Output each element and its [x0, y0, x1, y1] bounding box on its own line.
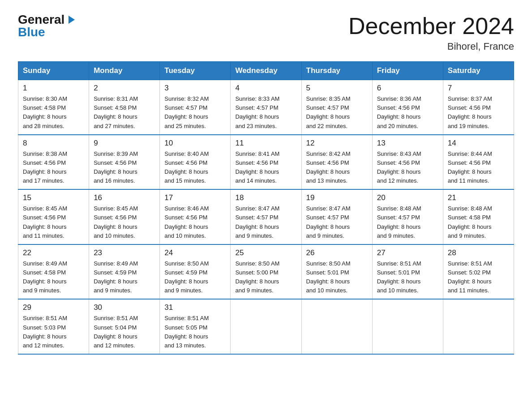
day-info: Sunrise: 8:45 AM Sunset: 4:56 PM Dayligh… — [94, 205, 138, 239]
day-number: 17 — [164, 193, 226, 202]
day-number: 16 — [94, 193, 155, 202]
table-row — [443, 299, 514, 354]
day-number: 20 — [377, 193, 438, 202]
day-info: Sunrise: 8:51 AM Sunset: 5:05 PM Dayligh… — [164, 315, 209, 348]
table-row: 4 Sunrise: 8:33 AM Sunset: 4:57 PM Dayli… — [231, 80, 301, 135]
table-row: 6 Sunrise: 8:36 AM Sunset: 4:56 PM Dayli… — [372, 80, 443, 135]
day-info: Sunrise: 8:42 AM Sunset: 4:56 PM Dayligh… — [306, 150, 351, 184]
table-row: 27 Sunrise: 8:51 AM Sunset: 5:01 PM Dayl… — [372, 244, 443, 300]
calendar-table: Sunday Monday Tuesday Wednesday Thursday… — [18, 61, 514, 355]
day-number: 29 — [23, 303, 84, 312]
day-number: 31 — [164, 303, 226, 312]
day-number: 1 — [23, 84, 84, 93]
day-info: Sunrise: 8:51 AM Sunset: 5:01 PM Dayligh… — [377, 260, 421, 294]
day-number: 6 — [377, 84, 438, 93]
header-thursday: Thursday — [301, 62, 372, 80]
day-number: 7 — [448, 84, 509, 93]
day-info: Sunrise: 8:47 AM Sunset: 4:57 PM Dayligh… — [306, 205, 351, 239]
day-number: 5 — [306, 84, 368, 93]
day-info: Sunrise: 8:48 AM Sunset: 4:58 PM Dayligh… — [448, 205, 492, 239]
day-info: Sunrise: 8:51 AM Sunset: 5:02 PM Dayligh… — [448, 260, 492, 294]
calendar-week-row: 29 Sunrise: 8:51 AM Sunset: 5:03 PM Dayl… — [18, 299, 514, 354]
day-info: Sunrise: 8:41 AM Sunset: 4:56 PM Dayligh… — [235, 150, 279, 184]
logo: General Blue — [18, 13, 76, 39]
table-row: 24 Sunrise: 8:50 AM Sunset: 4:59 PM Dayl… — [160, 244, 231, 300]
table-row: 3 Sunrise: 8:32 AM Sunset: 4:57 PM Dayli… — [160, 80, 231, 135]
calendar-header-row: Sunday Monday Tuesday Wednesday Thursday… — [18, 62, 514, 80]
table-row: 31 Sunrise: 8:51 AM Sunset: 5:05 PM Dayl… — [160, 299, 231, 354]
day-number: 28 — [448, 248, 509, 257]
table-row: 21 Sunrise: 8:48 AM Sunset: 4:58 PM Dayl… — [443, 189, 514, 244]
title-block: December 2024 Bihorel, France — [348, 13, 514, 52]
day-number: 22 — [23, 248, 84, 257]
day-number: 10 — [164, 139, 226, 148]
day-number: 13 — [377, 139, 438, 148]
day-number: 27 — [377, 248, 438, 257]
day-number: 19 — [306, 193, 368, 202]
table-row: 13 Sunrise: 8:43 AM Sunset: 4:56 PM Dayl… — [372, 135, 443, 190]
day-info: Sunrise: 8:48 AM Sunset: 4:57 PM Dayligh… — [377, 205, 421, 239]
day-info: Sunrise: 8:50 AM Sunset: 4:59 PM Dayligh… — [164, 260, 209, 294]
day-info: Sunrise: 8:47 AM Sunset: 4:57 PM Dayligh… — [235, 205, 279, 239]
calendar-week-row: 22 Sunrise: 8:49 AM Sunset: 4:58 PM Dayl… — [18, 244, 514, 300]
day-number: 12 — [306, 139, 368, 148]
table-row: 19 Sunrise: 8:47 AM Sunset: 4:57 PM Dayl… — [301, 189, 372, 244]
table-row: 7 Sunrise: 8:37 AM Sunset: 4:56 PM Dayli… — [443, 80, 514, 135]
day-info: Sunrise: 8:33 AM Sunset: 4:57 PM Dayligh… — [235, 95, 279, 129]
day-number: 9 — [94, 139, 155, 148]
table-row: 16 Sunrise: 8:45 AM Sunset: 4:56 PM Dayl… — [89, 189, 160, 244]
table-row — [301, 299, 372, 354]
table-row: 28 Sunrise: 8:51 AM Sunset: 5:02 PM Dayl… — [443, 244, 514, 300]
table-row: 18 Sunrise: 8:47 AM Sunset: 4:57 PM Dayl… — [231, 189, 301, 244]
table-row: 17 Sunrise: 8:46 AM Sunset: 4:56 PM Dayl… — [160, 189, 231, 244]
day-info: Sunrise: 8:32 AM Sunset: 4:57 PM Dayligh… — [164, 95, 209, 129]
day-number: 21 — [448, 193, 509, 202]
table-row: 15 Sunrise: 8:45 AM Sunset: 4:56 PM Dayl… — [18, 189, 89, 244]
table-row: 30 Sunrise: 8:51 AM Sunset: 5:04 PM Dayl… — [89, 299, 160, 354]
header-saturday: Saturday — [443, 62, 514, 80]
table-row: 23 Sunrise: 8:49 AM Sunset: 4:59 PM Dayl… — [89, 244, 160, 300]
day-number: 25 — [235, 248, 296, 257]
day-info: Sunrise: 8:43 AM Sunset: 4:56 PM Dayligh… — [377, 150, 421, 184]
calendar-week-row: 15 Sunrise: 8:45 AM Sunset: 4:56 PM Dayl… — [18, 189, 514, 244]
calendar-subtitle: Bihorel, France — [348, 41, 514, 52]
calendar-week-row: 1 Sunrise: 8:30 AM Sunset: 4:58 PM Dayli… — [18, 80, 514, 135]
table-row: 9 Sunrise: 8:39 AM Sunset: 4:56 PM Dayli… — [89, 135, 160, 190]
logo-arrow-icon — [66, 15, 76, 26]
day-info: Sunrise: 8:31 AM Sunset: 4:58 PM Dayligh… — [94, 95, 138, 129]
day-number: 30 — [94, 303, 155, 312]
header-sunday: Sunday — [18, 62, 89, 80]
table-row: 8 Sunrise: 8:38 AM Sunset: 4:56 PM Dayli… — [18, 135, 89, 190]
day-info: Sunrise: 8:46 AM Sunset: 4:56 PM Dayligh… — [164, 205, 209, 239]
logo-general-text: General — [18, 13, 64, 26]
table-row: 20 Sunrise: 8:48 AM Sunset: 4:57 PM Dayl… — [372, 189, 443, 244]
day-info: Sunrise: 8:49 AM Sunset: 4:59 PM Dayligh… — [94, 260, 138, 294]
day-info: Sunrise: 8:35 AM Sunset: 4:57 PM Dayligh… — [306, 95, 351, 129]
table-row: 29 Sunrise: 8:51 AM Sunset: 5:03 PM Dayl… — [18, 299, 89, 354]
day-info: Sunrise: 8:50 AM Sunset: 5:01 PM Dayligh… — [306, 260, 351, 294]
day-number: 3 — [164, 84, 226, 93]
page-header: General Blue December 2024 Bihorel, Fran… — [18, 13, 514, 52]
day-info: Sunrise: 8:44 AM Sunset: 4:56 PM Dayligh… — [448, 150, 492, 184]
table-row: 10 Sunrise: 8:40 AM Sunset: 4:56 PM Dayl… — [160, 135, 231, 190]
table-row — [231, 299, 301, 354]
header-monday: Monday — [89, 62, 160, 80]
table-row: 25 Sunrise: 8:50 AM Sunset: 5:00 PM Dayl… — [231, 244, 301, 300]
header-friday: Friday — [372, 62, 443, 80]
day-info: Sunrise: 8:51 AM Sunset: 5:03 PM Dayligh… — [23, 315, 67, 348]
table-row: 11 Sunrise: 8:41 AM Sunset: 4:56 PM Dayl… — [231, 135, 301, 190]
table-row: 5 Sunrise: 8:35 AM Sunset: 4:57 PM Dayli… — [301, 80, 372, 135]
day-number: 4 — [235, 84, 296, 93]
day-number: 26 — [306, 248, 368, 257]
day-number: 14 — [448, 139, 509, 148]
day-number: 23 — [94, 248, 155, 257]
table-row: 26 Sunrise: 8:50 AM Sunset: 5:01 PM Dayl… — [301, 244, 372, 300]
day-info: Sunrise: 8:30 AM Sunset: 4:58 PM Dayligh… — [23, 95, 67, 129]
header-wednesday: Wednesday — [231, 62, 301, 80]
calendar-title: December 2024 — [348, 13, 514, 39]
table-row: 2 Sunrise: 8:31 AM Sunset: 4:58 PM Dayli… — [89, 80, 160, 135]
day-number: 24 — [164, 248, 226, 257]
header-tuesday: Tuesday — [160, 62, 231, 80]
day-number: 15 — [23, 193, 84, 202]
svg-marker-0 — [69, 16, 75, 24]
